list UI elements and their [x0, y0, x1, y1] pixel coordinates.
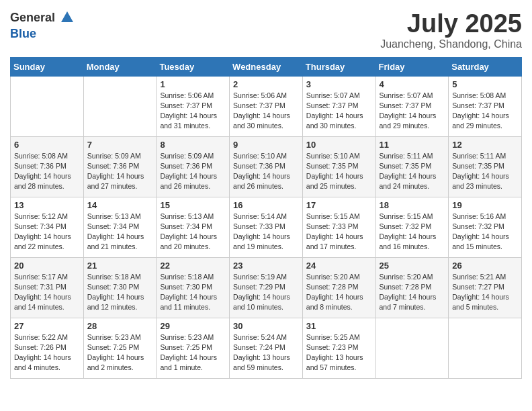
- day-number: 15: [160, 200, 226, 210]
- calendar-cell: 1Sunrise: 5:06 AM Sunset: 7:37 PM Daylig…: [157, 76, 230, 136]
- day-number: 14: [87, 200, 153, 210]
- day-number: 27: [14, 321, 80, 331]
- calendar-cell: 5Sunrise: 5:08 AM Sunset: 7:37 PM Daylig…: [449, 76, 522, 136]
- day-info: Sunrise: 5:23 AM Sunset: 7:25 PM Dayligh…: [87, 332, 153, 373]
- calendar-cell: 23Sunrise: 5:19 AM Sunset: 7:29 PM Dayli…: [230, 257, 303, 318]
- day-number: 7: [87, 140, 153, 150]
- calendar-cell: 4Sunrise: 5:07 AM Sunset: 7:37 PM Daylig…: [375, 76, 449, 136]
- day-number: 24: [306, 261, 372, 271]
- day-number: 21: [87, 261, 153, 271]
- day-number: 8: [160, 140, 226, 150]
- calendar-week-row: 6Sunrise: 5:08 AM Sunset: 7:36 PM Daylig…: [11, 136, 522, 197]
- calendar-cell: 7Sunrise: 5:09 AM Sunset: 7:36 PM Daylig…: [83, 136, 157, 197]
- calendar-cell: 29Sunrise: 5:23 AM Sunset: 7:25 PM Dayli…: [157, 318, 230, 378]
- day-info: Sunrise: 5:08 AM Sunset: 7:37 PM Dayligh…: [452, 91, 518, 132]
- calendar-cell: 22Sunrise: 5:18 AM Sunset: 7:30 PM Dayli…: [157, 257, 230, 318]
- day-info: Sunrise: 5:06 AM Sunset: 7:37 PM Dayligh…: [233, 91, 299, 132]
- day-number: 23: [233, 261, 299, 271]
- weekday-header-row: SundayMondayTuesdayWednesdayThursdayFrid…: [11, 57, 522, 76]
- day-info: Sunrise: 5:13 AM Sunset: 7:34 PM Dayligh…: [87, 212, 153, 253]
- calendar-cell: 9Sunrise: 5:10 AM Sunset: 7:36 PM Daylig…: [230, 136, 303, 197]
- logo: General Blue: [10, 10, 75, 41]
- day-number: 18: [380, 200, 445, 210]
- calendar-cell: 12Sunrise: 5:11 AM Sunset: 7:35 PM Dayli…: [449, 136, 522, 197]
- day-number: 30: [233, 321, 299, 331]
- calendar-table: SundayMondayTuesdayWednesdayThursdayFrid…: [10, 57, 522, 379]
- day-info: Sunrise: 5:19 AM Sunset: 7:29 PM Dayligh…: [233, 272, 299, 313]
- weekday-header-sunday: Sunday: [11, 57, 84, 76]
- weekday-header-thursday: Thursday: [302, 57, 375, 76]
- day-info: Sunrise: 5:21 AM Sunset: 7:27 PM Dayligh…: [452, 272, 518, 313]
- calendar-cell: 30Sunrise: 5:24 AM Sunset: 7:24 PM Dayli…: [230, 318, 303, 378]
- day-number: 10: [306, 140, 372, 150]
- day-number: 6: [14, 140, 80, 150]
- day-number: 31: [306, 321, 372, 331]
- logo-blue: Blue: [10, 27, 36, 40]
- day-number: 26: [452, 261, 518, 271]
- logo-icon: [60, 10, 75, 25]
- calendar-week-row: 1Sunrise: 5:06 AM Sunset: 7:37 PM Daylig…: [11, 76, 522, 136]
- calendar-cell: 11Sunrise: 5:11 AM Sunset: 7:35 PM Dayli…: [375, 136, 449, 197]
- calendar-cell: 14Sunrise: 5:13 AM Sunset: 7:34 PM Dayli…: [83, 197, 157, 257]
- day-info: Sunrise: 5:10 AM Sunset: 7:36 PM Dayligh…: [233, 151, 299, 192]
- title-block: July 2025 Juancheng, Shandong, China: [380, 10, 522, 50]
- day-info: Sunrise: 5:18 AM Sunset: 7:30 PM Dayligh…: [87, 272, 153, 313]
- day-info: Sunrise: 5:09 AM Sunset: 7:36 PM Dayligh…: [160, 151, 226, 192]
- weekday-header-wednesday: Wednesday: [230, 57, 303, 76]
- calendar-cell: 21Sunrise: 5:18 AM Sunset: 7:30 PM Dayli…: [83, 257, 157, 318]
- weekday-header-tuesday: Tuesday: [157, 57, 230, 76]
- calendar-cell: 15Sunrise: 5:13 AM Sunset: 7:34 PM Dayli…: [157, 197, 230, 257]
- day-info: Sunrise: 5:24 AM Sunset: 7:24 PM Dayligh…: [233, 332, 299, 373]
- day-info: Sunrise: 5:07 AM Sunset: 7:37 PM Dayligh…: [306, 91, 372, 132]
- calendar-cell: 27Sunrise: 5:22 AM Sunset: 7:26 PM Dayli…: [11, 318, 84, 378]
- calendar-cell: 10Sunrise: 5:10 AM Sunset: 7:35 PM Dayli…: [302, 136, 375, 197]
- day-number: 29: [160, 321, 226, 331]
- day-number: 20: [14, 261, 80, 271]
- day-number: 12: [452, 140, 518, 150]
- calendar-cell: 17Sunrise: 5:15 AM Sunset: 7:33 PM Dayli…: [302, 197, 375, 257]
- day-number: 9: [233, 140, 299, 150]
- calendar-cell: [449, 318, 522, 378]
- weekday-header-monday: Monday: [83, 57, 157, 76]
- logo-general: General: [10, 11, 55, 24]
- day-number: 25: [380, 261, 445, 271]
- day-info: Sunrise: 5:15 AM Sunset: 7:32 PM Dayligh…: [380, 212, 445, 253]
- calendar-cell: 20Sunrise: 5:17 AM Sunset: 7:31 PM Dayli…: [11, 257, 84, 318]
- calendar-cell: 19Sunrise: 5:16 AM Sunset: 7:32 PM Dayli…: [449, 197, 522, 257]
- calendar-cell: 18Sunrise: 5:15 AM Sunset: 7:32 PM Dayli…: [375, 197, 449, 257]
- day-number: 13: [14, 200, 80, 210]
- page-header: General Blue July 2025 Juancheng, Shando…: [10, 10, 522, 50]
- day-number: 11: [380, 140, 445, 150]
- calendar-cell: 28Sunrise: 5:23 AM Sunset: 7:25 PM Dayli…: [83, 318, 157, 378]
- calendar-cell: [11, 76, 84, 136]
- calendar-cell: 3Sunrise: 5:07 AM Sunset: 7:37 PM Daylig…: [302, 76, 375, 136]
- day-info: Sunrise: 5:17 AM Sunset: 7:31 PM Dayligh…: [14, 272, 80, 313]
- day-info: Sunrise: 5:18 AM Sunset: 7:30 PM Dayligh…: [160, 272, 226, 313]
- weekday-header-friday: Friday: [375, 57, 449, 76]
- day-info: Sunrise: 5:08 AM Sunset: 7:36 PM Dayligh…: [14, 151, 80, 192]
- svg-marker-0: [61, 11, 73, 22]
- weekday-header-saturday: Saturday: [449, 57, 522, 76]
- day-number: 22: [160, 261, 226, 271]
- day-info: Sunrise: 5:22 AM Sunset: 7:26 PM Dayligh…: [14, 332, 80, 373]
- day-info: Sunrise: 5:20 AM Sunset: 7:28 PM Dayligh…: [306, 272, 372, 313]
- day-info: Sunrise: 5:20 AM Sunset: 7:28 PM Dayligh…: [380, 272, 445, 313]
- day-number: 1: [160, 79, 226, 89]
- day-number: 19: [452, 200, 518, 210]
- day-number: 2: [233, 79, 299, 89]
- day-number: 28: [87, 321, 153, 331]
- calendar-week-row: 20Sunrise: 5:17 AM Sunset: 7:31 PM Dayli…: [11, 257, 522, 318]
- calendar-week-row: 27Sunrise: 5:22 AM Sunset: 7:26 PM Dayli…: [11, 318, 522, 378]
- day-number: 3: [306, 79, 372, 89]
- calendar-cell: 26Sunrise: 5:21 AM Sunset: 7:27 PM Dayli…: [449, 257, 522, 318]
- calendar-cell: 24Sunrise: 5:20 AM Sunset: 7:28 PM Dayli…: [302, 257, 375, 318]
- day-number: 4: [380, 79, 445, 89]
- calendar-cell: [375, 318, 449, 378]
- calendar-cell: 31Sunrise: 5:25 AM Sunset: 7:23 PM Dayli…: [302, 318, 375, 378]
- logo-line1: General: [10, 10, 75, 28]
- day-number: 16: [233, 200, 299, 210]
- calendar-cell: 16Sunrise: 5:14 AM Sunset: 7:33 PM Dayli…: [230, 197, 303, 257]
- day-info: Sunrise: 5:14 AM Sunset: 7:33 PM Dayligh…: [233, 212, 299, 253]
- calendar-week-row: 13Sunrise: 5:12 AM Sunset: 7:34 PM Dayli…: [11, 197, 522, 257]
- day-number: 17: [306, 200, 372, 210]
